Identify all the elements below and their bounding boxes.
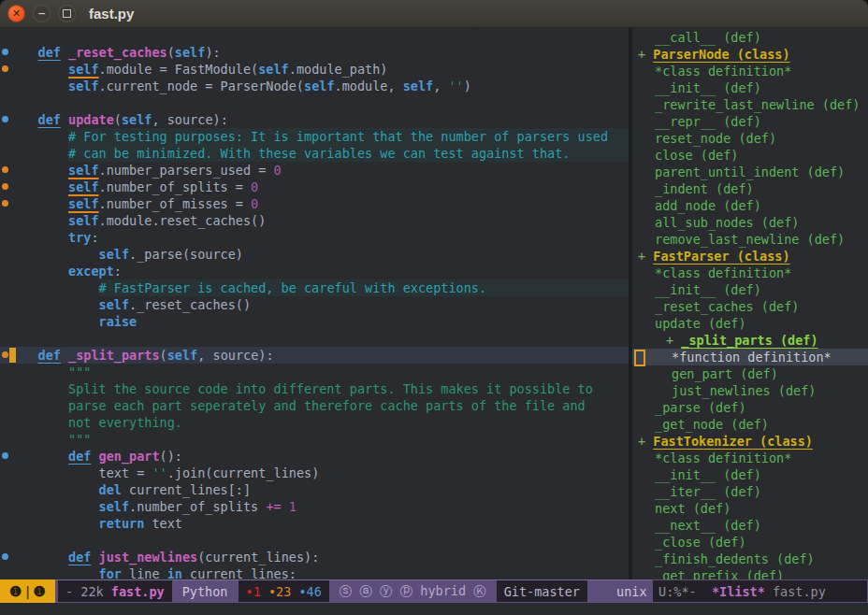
imenu-sidebar[interactable]: __call__ (def)+ ParserNode (class)*class…	[632, 28, 868, 579]
code-line[interactable]: self.module.reset_caches()	[0, 212, 629, 229]
code-line[interactable]: self.number_parsers_used = 0	[0, 162, 629, 179]
sidebar-item[interactable]: __next__ (def)	[632, 517, 868, 534]
sidebar-item[interactable]: _get_node (def)	[632, 416, 868, 433]
code-line[interactable]: except:	[0, 263, 629, 279]
code-line[interactable]: # FastParser is cached, be careful with …	[0, 279, 629, 296]
modeline-segment-encoding-position[interactable]: unix | 2	[609, 579, 652, 603]
sidebar-item[interactable]: + FastParser (class)	[632, 248, 868, 265]
sidebar-item[interactable]: __iter__ (def)	[632, 483, 868, 500]
sidebar-item[interactable]: __init__ (def)	[632, 466, 868, 483]
titlebar: ✕ − fast.py	[0, 0, 868, 28]
code-line[interactable]: # For testing purposes: It is important …	[0, 128, 629, 145]
sidebar-item[interactable]: __repr__ (def)	[632, 113, 868, 130]
sidebar-item-label: update (def)	[655, 316, 746, 331]
code-token: 0	[251, 179, 258, 195]
code-line[interactable]: """	[0, 364, 629, 380]
sidebar-item[interactable]: _indent (def)	[632, 180, 868, 197]
code-line[interactable]: self._reset_caches()	[0, 296, 629, 313]
modeline-text: •46	[291, 584, 322, 599]
code-area[interactable]: def _reset_caches(self): self.module = F…	[0, 28, 632, 579]
code-line[interactable]: raise	[0, 313, 629, 330]
code-line[interactable]: self.number_of_splits = 0	[0, 179, 629, 195]
code-line[interactable]: text = ''.join(current_lines)	[0, 465, 629, 481]
sidebar-item[interactable]: _get_prefix (def)	[632, 567, 868, 579]
modeline-text: ❶	[9, 583, 22, 600]
sidebar-item[interactable]: + _split_parts (def)	[632, 332, 868, 349]
sidebar-item[interactable]: *class definition*	[632, 63, 868, 79]
code-line[interactable]: def update(self, source):	[0, 111, 629, 128]
code-token: self	[122, 111, 152, 128]
code-line[interactable]: self.module = FastModule(self.module_pat…	[0, 61, 629, 78]
sidebar-item-label: __iter__ (def)	[655, 484, 761, 499]
sidebar-item[interactable]: just_newlines (def)	[632, 382, 868, 399]
code-token	[7, 565, 99, 579]
code-line[interactable]: def just_newlines(current_lines):	[0, 549, 629, 565]
sidebar-item[interactable]: _close (def)	[632, 534, 868, 551]
sidebar-item-label: __repr__ (def)	[655, 114, 761, 129]
code-line[interactable]: self._parse(source)	[0, 246, 629, 263]
code-token: 0	[273, 162, 281, 179]
modeline-segment-window-numbers[interactable]: ❶|❶	[0, 579, 55, 603]
code-line[interactable]: self.number_of_splits += 1	[0, 498, 629, 515]
code-line[interactable]: def _reset_caches(self):	[0, 44, 629, 61]
code-line[interactable]: return text	[0, 515, 629, 532]
sidebar-item[interactable]: next (def)	[632, 500, 868, 517]
code-token: 0	[251, 195, 258, 212]
modeline-text: fast.py	[111, 584, 165, 599]
code-line[interactable]: not everything.	[0, 414, 629, 431]
sidebar-item[interactable]: *class definition*	[632, 450, 868, 466]
code-token: .current_node = ParserNode(	[99, 78, 304, 94]
sidebar-item[interactable]: _rewrite_last_newline (def)	[632, 96, 868, 113]
code-line[interactable]	[0, 532, 629, 549]
sidebar-item[interactable]: parent_until_indent (def)	[632, 164, 868, 180]
maximize-button[interactable]	[58, 5, 76, 22]
sidebar-item[interactable]: + FastTokenizer (class)	[632, 433, 868, 450]
modeline-segment-minor-modes[interactable]: ⓢ ⓐ ⓨ ⓟ hybrid Ⓚ	[332, 579, 494, 603]
code-line[interactable]: def gen_part():	[0, 448, 629, 465]
sidebar-item[interactable]: _reset_caches (def)	[632, 298, 868, 315]
code-line[interactable]: Split the source code into different par…	[0, 380, 629, 397]
code-line[interactable]	[0, 330, 629, 347]
modeline-segment-buffer-info[interactable]: - 22k fast.py	[58, 580, 172, 602]
modeline-segment-major-mode[interactable]: Python	[175, 579, 236, 603]
minimize-button[interactable]: −	[33, 5, 51, 22]
code-line[interactable]: parse each part seperately and therefore…	[0, 397, 629, 414]
expand-plus-icon: +	[666, 333, 681, 348]
sidebar-item[interactable]: __init__ (def)	[632, 281, 868, 298]
echo-area[interactable]	[0, 603, 868, 615]
sidebar-item[interactable]: close (def)	[632, 147, 868, 164]
code-line[interactable]: self.number_of_misses = 0	[0, 195, 629, 212]
code-line[interactable]: # can be minimized. With these variables…	[0, 145, 629, 162]
sidebar-item-label: reset_node (def)	[655, 131, 776, 146]
sidebar-item[interactable]: all_sub_nodes (def)	[632, 214, 868, 231]
code-line[interactable]: def _split_parts(self, source):	[0, 347, 629, 364]
code-line[interactable]: try:	[0, 229, 629, 246]
sidebar-item[interactable]: + ParserNode (class)	[632, 46, 868, 63]
sidebar-item[interactable]: __call__ (def)	[632, 29, 868, 46]
close-button[interactable]: ✕	[7, 5, 25, 22]
code-token: self	[68, 212, 99, 229]
fringe-info-dot-icon	[2, 116, 8, 122]
modeline-segment-git-branch[interactable]: Git-master	[497, 580, 587, 602]
code-token: gen_part	[99, 448, 160, 465]
code-line[interactable]: """	[0, 431, 629, 448]
sidebar-item[interactable]: gen_part (def)	[632, 365, 868, 382]
sidebar-item[interactable]: _parse (def)	[632, 399, 868, 416]
code-line[interactable]: del current_lines[:]	[0, 481, 629, 498]
sidebar-item[interactable]: *function definition*	[632, 349, 868, 365]
sidebar-item-label: _finish_dedents (def)	[655, 551, 815, 566]
sidebar-item[interactable]: _finish_dedents (def)	[632, 551, 868, 567]
code-token: line	[122, 565, 167, 579]
sidebar-item[interactable]: update (def)	[632, 315, 868, 332]
code-line[interactable]	[0, 94, 629, 111]
sidebar-item[interactable]: __init__ (def)	[632, 79, 868, 96]
code-token: except	[68, 263, 114, 279]
code-line[interactable]: for line in current_lines:	[0, 565, 629, 579]
code-line[interactable]: self.current_node = ParserNode(self.modu…	[0, 78, 629, 94]
code-token: def	[68, 549, 91, 565]
modeline-segment-flycheck-counts[interactable]: •1 •23 •46	[239, 580, 329, 602]
sidebar-item[interactable]: remove_last_newline (def)	[632, 231, 868, 248]
sidebar-item[interactable]: *class definition*	[632, 265, 868, 281]
sidebar-item[interactable]: add_node (def)	[632, 197, 868, 214]
sidebar-item[interactable]: reset_node (def)	[632, 130, 868, 147]
